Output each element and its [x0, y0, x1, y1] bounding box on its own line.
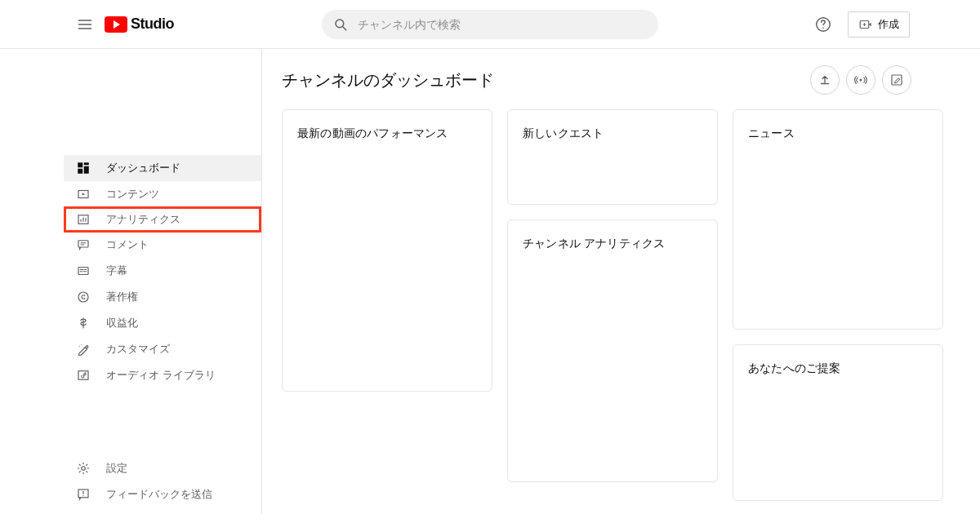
svg-rect-11	[78, 268, 88, 275]
sidebar-item-label: 著作権	[106, 290, 138, 304]
sidebar-item-analytics[interactable]: アナリティクス	[64, 206, 261, 233]
menu-toggle-button[interactable]	[75, 15, 95, 34]
comments-icon	[75, 237, 91, 253]
svg-rect-15	[78, 371, 88, 380]
card-title: あなたへのご提案	[748, 361, 928, 376]
card-title: チャンネル アナリティクス	[523, 237, 702, 251]
svg-point-0	[336, 20, 344, 28]
card-latest-performance: 最新の動画のパフォーマンス	[282, 109, 492, 392]
create-button[interactable]: 作成	[848, 11, 910, 38]
sidebar-item-comments[interactable]: コメント	[64, 232, 261, 258]
sidebar-item-monetization[interactable]: 収益化	[64, 310, 261, 336]
sidebar-item-label: コメント	[106, 237, 149, 252]
logo[interactable]: Studio	[105, 16, 174, 33]
svg-rect-6	[84, 166, 89, 174]
upload-icon	[817, 73, 832, 87]
svg-rect-5	[84, 162, 89, 165]
sidebar-item-label: 設定	[106, 461, 127, 476]
customize-icon	[75, 341, 91, 357]
feedback-icon	[75, 486, 91, 503]
search-icon	[333, 17, 348, 32]
subtitles-icon	[75, 263, 91, 279]
monetization-icon	[75, 315, 91, 331]
sidebar-item-subtitles[interactable]: 字幕	[64, 258, 261, 284]
svg-point-18	[82, 495, 83, 496]
live-icon	[853, 73, 868, 87]
sidebar-item-feedback[interactable]: フィードバックを送信	[64, 481, 261, 507]
svg-rect-4	[78, 162, 82, 167]
sidebar-item-label: 収益化	[106, 316, 138, 330]
page-actions	[810, 65, 911, 95]
dashboard-cards: 最新の動画のパフォーマンス 新しいクエスト チャンネル アナリティクス ニュース…	[282, 109, 960, 501]
upload-button[interactable]	[810, 65, 840, 95]
card-channel-analytics: チャンネル アナリティクス	[507, 219, 718, 482]
edit-button[interactable]	[882, 65, 911, 95]
card-news: ニュース	[733, 109, 943, 330]
svg-rect-10	[78, 241, 88, 247]
svg-rect-7	[78, 169, 82, 174]
sidebar-item-label: カスタマイズ	[106, 342, 170, 357]
sidebar-item-label: ダッシュボード	[106, 161, 180, 175]
svg-point-14	[81, 344, 82, 345]
copyright-icon	[75, 289, 91, 305]
help-button[interactable]	[808, 10, 838, 39]
sidebar: ダッシュボード コンテンツ アナリティクス コメント 字幕 著作権 収益化 カ	[64, 49, 262, 514]
sidebar-item-audio-library[interactable]: オーディオ ライブラリ	[64, 362, 261, 388]
go-live-button[interactable]	[846, 65, 875, 95]
card-new-quest: 新しいクエスト	[507, 109, 718, 205]
sidebar-item-settings[interactable]: 設定	[64, 455, 261, 481]
body: ダッシュボード コンテンツ アナリティクス コメント 字幕 著作権 収益化 カ	[0, 49, 980, 514]
card-title: 最新の動画のパフォーマンス	[297, 126, 477, 141]
sidebar-item-label: 字幕	[106, 264, 127, 278]
logo-text: Studio	[131, 16, 174, 33]
sidebar-bottom: 設定 フィードバックを送信	[64, 455, 261, 507]
main-header: チャンネルのダッシュボード	[282, 65, 960, 95]
sidebar-item-label: アナリティクス	[106, 212, 180, 227]
page-title: チャンネルのダッシュボード	[282, 69, 494, 91]
sidebar-item-label: オーディオ ライブラリ	[106, 368, 216, 383]
create-video-icon	[858, 17, 873, 32]
hamburger-icon	[77, 16, 93, 33]
gear-icon	[75, 460, 91, 476]
sidebar-item-label: フィードバックを送信	[106, 487, 212, 502]
sidebar-item-content[interactable]: コンテンツ	[64, 181, 261, 207]
help-icon	[814, 16, 832, 33]
svg-point-2	[822, 27, 824, 29]
sidebar-item-label: コンテンツ	[106, 187, 159, 202]
edit-icon	[889, 73, 904, 87]
svg-point-13	[79, 346, 80, 347]
create-label: 作成	[878, 17, 899, 32]
search-bar[interactable]	[322, 10, 658, 39]
content-icon	[75, 186, 91, 202]
header-actions: 作成	[808, 10, 910, 39]
sidebar-item-copyright[interactable]: 著作権	[64, 284, 261, 310]
analytics-icon	[75, 211, 91, 228]
dashboard-icon	[75, 160, 91, 176]
search-container	[322, 10, 658, 39]
card-title: ニュース	[748, 126, 928, 141]
svg-point-19	[860, 79, 862, 82]
svg-point-16	[82, 467, 86, 471]
header: Studio 作成	[0, 0, 980, 49]
main-content: チャンネルのダッシュボード 最新の動画のパフォーマンス	[262, 49, 980, 514]
audio-library-icon	[75, 367, 91, 383]
sidebar-item-dashboard[interactable]: ダッシュボード	[64, 155, 261, 181]
card-suggestions: あなたへのご提案	[733, 344, 943, 501]
search-input[interactable]	[358, 18, 647, 31]
sidebar-item-customize[interactable]: カスタマイズ	[64, 336, 261, 362]
youtube-play-icon	[105, 16, 127, 33]
svg-point-12	[78, 292, 88, 302]
card-title: 新しいクエスト	[523, 126, 702, 141]
